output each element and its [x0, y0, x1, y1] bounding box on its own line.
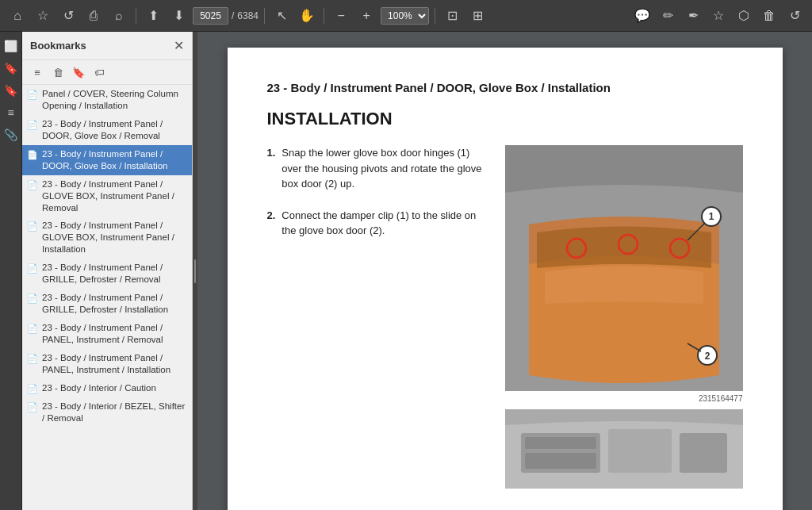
bookmark-icon[interactable]: ☆ [32, 5, 54, 27]
bookmark-icon-2: 📄 [27, 149, 38, 160]
bookmark-item[interactable]: 📄 23 - Body / Instrument Panel / GLOVE B… [22, 175, 192, 217]
step-num-1: 1. [267, 145, 276, 192]
nav-down-icon[interactable]: ⬇ [167, 5, 190, 27]
bookmark-tool-tag[interactable]: 🏷 [90, 63, 108, 81]
bookmark-item[interactable]: 📄 23 - Body / Interior / BEZEL, Shifter … [22, 397, 192, 428]
highlight-icon[interactable]: ☆ [707, 5, 730, 27]
content-body: 1. Snap the lower glove box door hinges … [267, 145, 743, 489]
page-current-input[interactable]: 5025 [193, 7, 228, 25]
page-separator: / [232, 10, 234, 21]
step-text-1: Snap the lower glove box door hinges (1)… [282, 145, 488, 192]
panel-icon-3[interactable]: ≡ [2, 103, 21, 122]
zoom-out-icon[interactable]: − [330, 5, 352, 27]
panel-icon-2[interactable]: 🔖 [2, 59, 21, 78]
sidebar-header: Bookmarks ✕ [22, 32, 192, 60]
home-icon[interactable]: ⌂ [6, 5, 29, 27]
instruction-list: 1. Snap the lower glove box door hinges … [267, 145, 489, 239]
delete-icon[interactable]: 🗑 [758, 5, 780, 27]
bookmark-icon-9: 📄 [27, 383, 38, 394]
left-panel-icons: ⬜ 🔖 🔖 ≡ 📎 [0, 32, 22, 510]
pdf-page: 23 - Body / Instrument Panel / DOOR, Glo… [228, 48, 783, 510]
instruction-step-2: 2. Connect the damper clip (1) to the sl… [267, 208, 489, 239]
step-num-2: 2. [267, 208, 276, 239]
svg-rect-12 [608, 429, 672, 473]
bookmark-icon-8: 📄 [27, 353, 38, 364]
fit-page-icon[interactable]: ⊡ [441, 5, 463, 27]
bookmark-item[interactable]: 📄 23 - Body / Instrument Panel / GLOVE B… [22, 217, 192, 259]
bookmark-icon-0: 📄 [27, 89, 38, 100]
svg-rect-15 [525, 453, 596, 469]
bookmark-item[interactable]: 📄 23 - Body / Interior / Caution [22, 379, 192, 397]
zoom-select[interactable]: 100% 75% 125% 150% [381, 7, 429, 25]
bookmark-text-1: 23 - Body / Instrument Panel / DOOR, Glo… [42, 118, 187, 142]
bookmark-icon-5: 📄 [27, 263, 38, 274]
bookmark-text-5: 23 - Body / Instrument Panel / GRILLE, D… [42, 262, 187, 286]
page-heading: 23 - Body / Instrument Panel / DOOR, Glo… [267, 79, 743, 96]
secondary-image [505, 409, 743, 489]
divider-1 [136, 8, 136, 24]
bookmark-item[interactable]: 📄 23 - Body / Instrument Panel / DOOR, G… [22, 115, 192, 145]
bookmark-icon-4: 📄 [27, 220, 38, 232]
bookmark-text-9: 23 - Body / Interior / Caution [42, 382, 187, 394]
sidebar-close-button[interactable]: ✕ [174, 38, 184, 53]
stamp-icon[interactable]: ⬡ [733, 5, 755, 27]
bookmark-item[interactable]: 📄 23 - Body / Instrument Panel / PANEL, … [22, 319, 192, 349]
instruction-step-1: 1. Snap the lower glove box door hinges … [267, 145, 489, 192]
bookmark-icon-3: 📄 [27, 179, 38, 190]
bookmark-text-8: 23 - Body / Instrument Panel / PANEL, In… [42, 352, 187, 376]
bookmark-tool-list[interactable]: ≡ [29, 63, 46, 81]
comment-icon[interactable]: 💬 [631, 5, 653, 27]
bookmark-tool-add[interactable]: 🔖 [70, 63, 87, 81]
page-total: 6384 [237, 10, 259, 21]
svg-rect-13 [680, 433, 727, 473]
bookmark-text-7: 23 - Body / Instrument Panel / PANEL, In… [42, 322, 187, 346]
bookmark-item[interactable]: 📄 Panel / COVER, Steering Column Opening… [22, 85, 192, 115]
bookmark-text-2: 23 - Body / Instrument Panel / DOOR, Glo… [42, 148, 187, 172]
content-area: 23 - Body / Instrument Panel / DOOR, Glo… [197, 32, 812, 510]
section-title: INSTALLATION [267, 109, 743, 129]
bookmark-tool-delete[interactable]: 🗑 [49, 63, 67, 81]
glove-box-image: 1 2 [505, 145, 743, 391]
bookmark-text-6: 23 - Body / Instrument Panel / GRILLE, D… [42, 292, 187, 316]
bookmark-icon-6: 📄 [27, 293, 38, 304]
bookmark-text-4: 23 - Body / Instrument Panel / GLOVE BOX… [42, 220, 187, 255]
bookmark-icon-1: 📄 [27, 119, 38, 130]
page-indicator: 5025 / 6384 [193, 7, 259, 25]
step-text-2: Connect the damper clip (1) to the slide… [282, 208, 488, 239]
pen-icon[interactable]: ✏ [657, 5, 679, 27]
panel-icon-4[interactable]: 📎 [2, 125, 21, 144]
sidebar-title: Bookmarks [30, 40, 86, 52]
cursor-icon[interactable]: ↖ [270, 5, 293, 27]
nav-up-icon[interactable]: ⬆ [142, 5, 164, 27]
audio-icon[interactable]: ↺ [783, 5, 806, 27]
bookmark-text-10: 23 - Body / Interior / BEZEL, Shifter / … [42, 401, 187, 424]
bookmark-item[interactable]: 📄 23 - Body / Instrument Panel / PANEL, … [22, 349, 192, 379]
hand-icon[interactable]: ✋ [296, 5, 318, 27]
bookmark-icon-10: 📄 [27, 401, 38, 412]
sidebar-toolbar: ≡ 🗑 🔖 🏷 [22, 60, 192, 85]
divider-2 [264, 8, 265, 24]
bookmark-item-active[interactable]: 📄 23 - Body / Instrument Panel / DOOR, G… [22, 145, 192, 175]
image-label: 2315164477 [505, 394, 743, 403]
panel-icon-1[interactable]: ⬜ [2, 36, 21, 56]
zoom-in-icon[interactable]: + [355, 5, 377, 27]
search-icon[interactable]: ⌕ [108, 5, 130, 27]
back-icon[interactable]: ↺ [57, 5, 79, 27]
bookmark-item[interactable]: 📄 23 - Body / Instrument Panel / GRILLE,… [22, 289, 192, 319]
print-icon[interactable]: ⎙ [82, 5, 105, 27]
bookmark-text-3: 23 - Body / Instrument Panel / GLOVE BOX… [42, 178, 187, 214]
panel-icon-bookmark-active[interactable]: 🔖 [2, 81, 21, 100]
svg-text:2: 2 [704, 351, 710, 362]
bookmark-icon-7: 📄 [27, 323, 38, 334]
sidebar-resize-handle[interactable] [193, 32, 197, 510]
sidebar: Bookmarks ✕ ≡ 🗑 🔖 🏷 📄 Panel / COVER, Ste… [22, 32, 193, 510]
main-area: ⬜ 🔖 🔖 ≡ 📎 Bookmarks ✕ ≡ 🗑 🔖 🏷 📄 Panel / … [0, 32, 812, 510]
svg-rect-14 [525, 437, 596, 449]
text-column: 1. Snap the lower glove box door hinges … [267, 145, 489, 489]
bookmark-text-0: Panel / COVER, Steering Column Opening /… [42, 88, 187, 112]
bookmark-item[interactable]: 📄 23 - Body / Instrument Panel / GRILLE,… [22, 259, 192, 289]
draw-icon[interactable]: ✒ [682, 5, 704, 27]
image-column: 1 2 2315164477 [505, 145, 743, 489]
divider-3 [324, 8, 324, 24]
fit-width-icon[interactable]: ⊞ [466, 5, 488, 27]
